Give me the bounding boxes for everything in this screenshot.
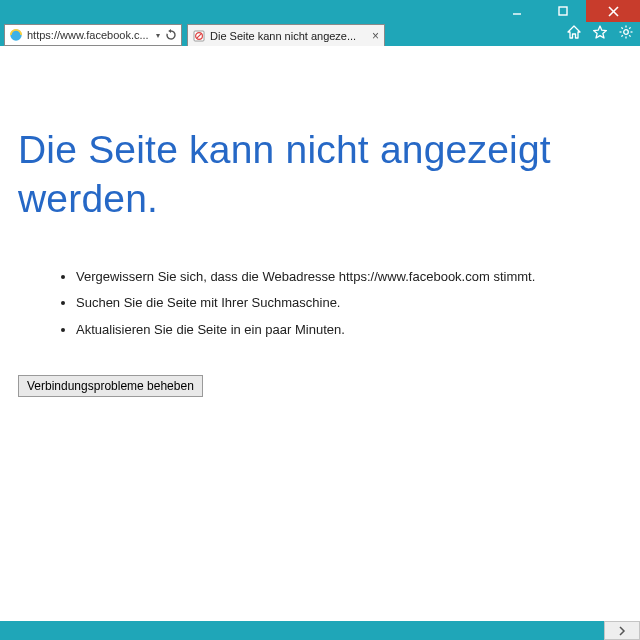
svg-line-17: [621, 35, 622, 36]
address-bar[interactable]: https://www.facebook.c... ▾: [4, 24, 182, 46]
svg-line-15: [629, 35, 630, 36]
tab-close-icon[interactable]: ×: [372, 29, 379, 43]
error-suggestions: Vergewissern Sie sich, dass die Webadres…: [76, 268, 622, 339]
tab-strip: https://www.facebook.c... ▾ Die Seite ka…: [0, 22, 640, 46]
svg-rect-1: [559, 7, 567, 15]
ie-logo-icon: [9, 28, 23, 42]
fix-connection-button[interactable]: Verbindungsprobleme beheben: [18, 375, 203, 397]
chevron-down-icon[interactable]: ▾: [156, 31, 160, 40]
address-text: https://www.facebook.c...: [27, 29, 152, 41]
scrollbar-track[interactable]: [0, 621, 604, 640]
close-button[interactable]: [586, 0, 640, 22]
list-item: Suchen Sie die Seite mit Ihrer Suchmasch…: [76, 294, 622, 312]
address-controls: ▾: [156, 29, 177, 41]
refresh-icon[interactable]: [165, 29, 177, 41]
tab-title: Die Seite kann nicht angeze...: [210, 30, 367, 42]
svg-line-14: [621, 27, 622, 28]
gear-icon[interactable]: [618, 24, 634, 40]
scroll-right-icon[interactable]: [604, 621, 640, 640]
maximize-button[interactable]: [540, 0, 586, 22]
svg-point-9: [624, 30, 629, 35]
home-icon[interactable]: [566, 24, 582, 40]
error-heading: Die Seite kann nicht angezeigt werden.: [18, 126, 622, 224]
toolbar-right: [566, 24, 634, 40]
svg-marker-5: [168, 29, 171, 33]
window-titlebar: [0, 0, 640, 22]
favorites-icon[interactable]: [592, 24, 608, 40]
error-favicon-icon: [193, 30, 205, 42]
list-item: Aktualisieren Sie die Seite in ein paar …: [76, 321, 622, 339]
svg-line-16: [629, 27, 630, 28]
error-page: Die Seite kann nicht angezeigt werden. V…: [0, 46, 640, 621]
list-item: Vergewissern Sie sich, dass die Webadres…: [76, 268, 622, 286]
browser-tab[interactable]: Die Seite kann nicht angeze... ×: [187, 24, 385, 46]
horizontal-scrollbar[interactable]: [0, 621, 640, 640]
minimize-button[interactable]: [494, 0, 540, 22]
